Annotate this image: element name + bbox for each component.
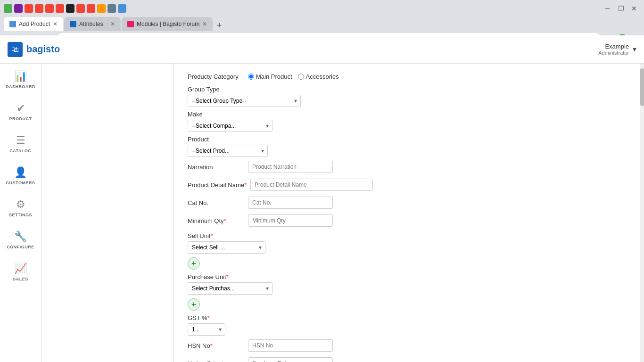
product-icon: ✔ bbox=[17, 102, 25, 115]
sidebar-item-dashboard[interactable]: 📊 DASHBOARD bbox=[0, 64, 41, 96]
product-category-radios: Main Product Accessories bbox=[248, 73, 339, 80]
minimize-button[interactable]: ─ bbox=[602, 2, 614, 15]
radio-accessories[interactable]: Accessories bbox=[298, 73, 339, 80]
product-detail-name-input[interactable] bbox=[250, 179, 373, 191]
purchase-unit-select[interactable]: Select Purchas... bbox=[188, 282, 272, 295]
purchase-unit-label: Purchase Unit* bbox=[188, 273, 630, 280]
tab-close-button[interactable]: ✕ bbox=[53, 21, 58, 27]
admin-role: Administrator bbox=[598, 50, 629, 56]
tab-close-button[interactable]: ✕ bbox=[110, 21, 115, 27]
make-section: Make --Select Compa... bbox=[188, 111, 630, 132]
product-category-row: Producty Category Main Product Accessori… bbox=[188, 73, 630, 80]
sidebar-label-catalog: CATALOG bbox=[9, 148, 32, 153]
logo-text: bagisto bbox=[26, 44, 60, 55]
sidebar: 📊 DASHBOARD ✔ PRODUCT ☰ CATALOG 👤 CUSTOM… bbox=[0, 64, 41, 362]
tab-favicon bbox=[70, 21, 76, 27]
close-button[interactable]: ✕ bbox=[628, 2, 640, 15]
app-header: 🛍 bagisto Example Administrator ▾ bbox=[0, 35, 644, 64]
sell-unit-label: Sell Unit* bbox=[188, 232, 630, 239]
listing-price-label: Listing Price* bbox=[188, 360, 244, 362]
tab-attributes[interactable]: Attributes ✕ bbox=[64, 17, 121, 31]
sidebar-item-settings[interactable]: ⚙ SETTINGS bbox=[0, 192, 41, 224]
radio-accessories-input[interactable] bbox=[298, 74, 304, 80]
sidebar-item-customers[interactable]: 👤 CUSTOMERS bbox=[0, 160, 41, 192]
scrollbar-thumb[interactable] bbox=[640, 68, 644, 106]
purchase-unit-add-button[interactable]: + bbox=[188, 298, 200, 311]
window-controls[interactable]: ─ ❐ ✕ bbox=[602, 2, 640, 15]
logo-icon: 🛍 bbox=[8, 42, 23, 57]
left-panel bbox=[41, 64, 173, 362]
hsn-no-label: HSN No* bbox=[188, 342, 244, 349]
make-select-wrapper: --Select Compa... bbox=[188, 120, 272, 132]
minimum-qty-input[interactable] bbox=[248, 214, 333, 227]
product-section: Product --Select Prod... bbox=[188, 136, 630, 157]
radio-main-product-input[interactable] bbox=[248, 74, 254, 80]
group-type-section: Group Type --Select Group Type-- bbox=[188, 86, 630, 107]
group-type-select[interactable]: --Select Group Type-- bbox=[188, 95, 301, 107]
sidebar-label-sales: SALES bbox=[13, 277, 28, 281]
sell-unit-select[interactable]: Select Sell ... bbox=[188, 241, 265, 254]
browser-chrome: ─ ❐ ✕ Add Product ✕ Attributes ✕ Modules… bbox=[0, 0, 644, 35]
narration-row: Narration bbox=[188, 161, 630, 173]
listing-price-row: Listing Price* bbox=[188, 357, 630, 362]
tab-modules-forum[interactable]: Modules | Bagisto Forum ✕ bbox=[122, 17, 213, 31]
cat-no-label: Cat No. bbox=[188, 199, 244, 206]
main-form-area: Producty Category Main Product Accessori… bbox=[173, 64, 644, 362]
product-field-label: Product bbox=[188, 136, 630, 143]
product-select[interactable]: --Select Prod... bbox=[188, 145, 268, 157]
sidebar-item-sales[interactable]: 📈 SALES bbox=[0, 256, 41, 288]
sell-unit-section: Sell Unit* Select Sell ... bbox=[188, 232, 630, 254]
sidebar-label-customers: CUSTOMERS bbox=[6, 181, 35, 185]
product-category-label: Producty Category bbox=[188, 73, 244, 80]
group-type-select-wrapper: --Select Group Type-- bbox=[188, 95, 301, 107]
product-detail-name-row: Product Detail Name* bbox=[188, 179, 630, 191]
minimum-qty-label: Minimum Qty* bbox=[188, 217, 244, 224]
purchase-unit-section: Purchase Unit* Select Purchas... bbox=[188, 273, 630, 295]
maximize-button[interactable]: ❐ bbox=[615, 2, 627, 15]
customers-icon: 👤 bbox=[14, 166, 27, 179]
tab-label: Add Product bbox=[19, 21, 50, 27]
sidebar-label-settings: SETTINGS bbox=[9, 213, 32, 217]
radio-main-product[interactable]: Main Product bbox=[248, 73, 292, 80]
group-type-label: Group Type bbox=[188, 86, 630, 93]
make-select[interactable]: --Select Compa... bbox=[188, 120, 272, 132]
catalog-icon: ☰ bbox=[16, 134, 25, 147]
tab-close-button[interactable]: ✕ bbox=[202, 21, 207, 27]
radio-main-label: Main Product bbox=[256, 73, 292, 80]
browser-favicons bbox=[4, 4, 598, 13]
tab-favicon bbox=[127, 21, 134, 27]
sidebar-item-catalog[interactable]: ☰ CATALOG bbox=[0, 128, 41, 160]
tab-add-product[interactable]: Add Product ✕ bbox=[4, 17, 63, 31]
dashboard-icon: 📊 bbox=[14, 70, 27, 82]
admin-dropdown-button[interactable]: ▾ bbox=[633, 45, 636, 54]
cat-no-input[interactable] bbox=[248, 197, 333, 209]
narration-input[interactable] bbox=[248, 161, 333, 173]
product-detail-name-label: Product Detail Name* bbox=[188, 181, 247, 189]
sell-unit-add-button[interactable]: + bbox=[188, 257, 200, 270]
tab-label: Attributes bbox=[79, 21, 103, 27]
listing-price-input[interactable] bbox=[248, 357, 333, 362]
settings-icon: ⚙ bbox=[16, 198, 25, 211]
minimum-qty-row: Minimum Qty* bbox=[188, 214, 630, 227]
scrollbar-track[interactable] bbox=[640, 64, 644, 362]
sidebar-label-product: PRODUCT bbox=[9, 116, 32, 121]
sidebar-item-product[interactable]: ✔ PRODUCT bbox=[0, 96, 41, 128]
header-right: Example Administrator ▾ bbox=[598, 43, 636, 56]
tab-favicon bbox=[9, 21, 16, 27]
radio-accessories-label: Accessories bbox=[306, 73, 339, 80]
sidebar-item-configure[interactable]: 🔧 CONFIGURE bbox=[0, 224, 41, 256]
hsn-no-input[interactable] bbox=[248, 339, 333, 352]
gst-select[interactable]: 1... bbox=[188, 323, 225, 336]
gst-label: GST %* bbox=[188, 314, 630, 321]
product-select-wrapper: --Select Prod... bbox=[188, 145, 268, 157]
sell-unit-select-wrapper: Select Sell ... bbox=[188, 241, 265, 254]
new-tab-button[interactable]: + bbox=[214, 20, 225, 31]
cat-no-row: Cat No. bbox=[188, 197, 630, 209]
app-logo: 🛍 bagisto bbox=[8, 42, 60, 57]
make-label: Make bbox=[188, 111, 630, 118]
gst-select-wrapper: 1... bbox=[188, 323, 225, 336]
gst-section: GST %* 1... bbox=[188, 314, 630, 336]
sidebar-label-dashboard: DASHBOARD bbox=[6, 84, 35, 89]
sidebar-label-configure: CONFIGURE bbox=[7, 245, 34, 249]
hsn-no-row: HSN No* bbox=[188, 339, 630, 352]
